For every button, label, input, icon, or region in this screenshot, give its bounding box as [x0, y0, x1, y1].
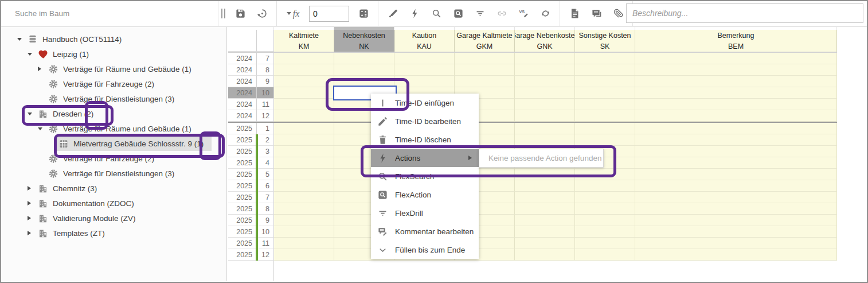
grid-cell[interactable]	[515, 123, 575, 134]
grid-cell[interactable]	[274, 123, 334, 134]
column-header-title[interactable]: Kaution	[394, 30, 455, 41]
row-header-year[interactable]: 2025	[228, 157, 257, 169]
grid-cell[interactable]	[455, 53, 515, 64]
grid-cell[interactable]	[274, 180, 334, 192]
row-header-year[interactable]: 2025	[228, 180, 257, 192]
grid-cell[interactable]	[515, 99, 575, 110]
value-input[interactable]	[309, 6, 349, 22]
tree-item[interactable]: Verträge für Räume und Gebäude (1)	[1, 61, 226, 76]
grid-cell[interactable]	[575, 64, 635, 76]
grid-cell[interactable]	[515, 87, 575, 99]
grid-cell[interactable]	[274, 249, 334, 261]
column-header-code[interactable]: GNK	[515, 41, 575, 52]
grid-cell[interactable]	[635, 110, 837, 122]
grid-cell[interactable]	[274, 99, 334, 110]
grid-cell[interactable]	[274, 238, 334, 249]
grid-cell[interactable]	[575, 87, 635, 99]
grid-cell[interactable]	[635, 146, 837, 157]
lightning-icon[interactable]	[406, 4, 423, 24]
context-menu-item[interactable]: Time-ID löschen	[371, 130, 479, 149]
panel-resize-handle[interactable]	[221, 9, 227, 18]
column-header-code[interactable]: SK	[575, 41, 635, 52]
calc-icon[interactable]	[355, 4, 372, 24]
row-header-year[interactable]: 2025	[228, 134, 257, 146]
context-menu-item[interactable]: Actions	[371, 149, 479, 167]
search-icon[interactable]	[428, 4, 445, 24]
paperclip-icon[interactable]	[609, 4, 627, 24]
grid-cell[interactable]	[455, 76, 515, 87]
context-menu-item[interactable]: Kommentar bearbeiten	[371, 222, 479, 241]
grid-cell[interactable]	[575, 134, 635, 146]
grid-cell[interactable]	[515, 203, 575, 215]
row-header-month[interactable]: 3	[257, 146, 274, 157]
brush-icon[interactable]	[384, 4, 401, 24]
row-header-month[interactable]: 10	[257, 87, 274, 99]
row-header-month[interactable]: 6	[257, 180, 274, 192]
row-header-year[interactable]: 2025	[228, 215, 257, 226]
row-header-month[interactable]: 11	[257, 99, 274, 110]
row-header-month[interactable]: 1	[257, 123, 274, 134]
row-header-month[interactable]: 9	[257, 76, 274, 87]
grid-cell[interactable]	[274, 87, 334, 99]
row-header-month[interactable]: 9	[257, 215, 274, 226]
row-header-month[interactable]: 12	[257, 110, 274, 122]
grid-cell[interactable]	[575, 123, 635, 134]
description-input[interactable]	[626, 3, 863, 23]
caret-right-icon[interactable]	[28, 231, 38, 235]
tree-item[interactable]: Mietvertrag Gebäude Schlossstr. 9 (1)	[1, 136, 226, 151]
grid-cell[interactable]	[635, 87, 837, 99]
comment-icon[interactable]	[588, 4, 605, 24]
tree-search-input[interactable]	[1, 1, 218, 26]
grid-cell[interactable]	[515, 53, 575, 64]
row-header-year[interactable]: 2025	[228, 226, 257, 238]
grid-cell[interactable]	[635, 157, 837, 169]
grid-cell[interactable]	[274, 53, 334, 64]
grid-cell[interactable]	[635, 203, 837, 215]
column-header-code[interactable]: GKM	[455, 41, 515, 52]
column-header-title[interactable]: Garage Nebenkosten	[515, 30, 575, 41]
caret-down-icon[interactable]	[28, 53, 38, 56]
grid-cell[interactable]	[515, 249, 575, 261]
grid-cell[interactable]	[274, 226, 334, 238]
grid-cell[interactable]	[575, 169, 635, 180]
grid-cell[interactable]	[274, 110, 334, 122]
grid-cell[interactable]	[575, 76, 635, 87]
grid-cell[interactable]	[274, 192, 334, 203]
context-menu-item[interactable]: Füllen bis zum Ende	[371, 241, 479, 259]
row-header-year[interactable]: 2025	[228, 169, 257, 180]
grid-cell[interactable]	[575, 226, 635, 238]
tree-item[interactable]: Chemnitz (3)	[1, 181, 226, 196]
row-header-month[interactable]: 10	[257, 226, 274, 238]
grid-cell[interactable]	[515, 238, 575, 249]
context-menu-item[interactable]: FlexDrill	[371, 204, 479, 222]
vs-edit-icon[interactable]: VS	[515, 4, 532, 24]
column-header-title[interactable]: Kaltmiete	[274, 30, 334, 41]
refresh-icon[interactable]	[537, 4, 554, 24]
column-header-title[interactable]: Garage Kaltmiete	[455, 30, 515, 41]
row-header-year[interactable]: 2025	[228, 146, 257, 157]
grid-cell[interactable]	[575, 249, 635, 261]
grid-cell[interactable]	[575, 180, 635, 192]
column-header-code[interactable]: NK	[334, 41, 394, 52]
tree-item[interactable]: Handbuch (OCT51114)	[1, 32, 226, 46]
context-menu-item[interactable]: Time-ID bearbeiten	[371, 112, 479, 130]
grid-cell[interactable]	[515, 110, 575, 122]
caret-right-icon[interactable]	[28, 201, 38, 206]
column-header-title[interactable]: Nebenkosten	[334, 30, 394, 41]
tree-item[interactable]: Verträge für Dienstleistungen (3)	[1, 91, 226, 106]
context-menu-item[interactable]: FlexSearch	[371, 167, 479, 185]
grid-cell[interactable]	[515, 76, 575, 87]
grid-cell[interactable]	[575, 238, 635, 249]
grid-cell[interactable]	[635, 169, 837, 180]
tree-item[interactable]: Leipzig (1)	[1, 46, 226, 61]
caret-right-icon[interactable]	[28, 216, 38, 220]
grid-cell[interactable]	[635, 249, 837, 261]
tree-item[interactable]: Verträge für Fahrzeuge (2)	[1, 151, 226, 166]
grid-cell[interactable]	[515, 180, 575, 192]
caret-right-icon[interactable]	[28, 186, 38, 191]
grid-cell[interactable]	[274, 215, 334, 226]
fx-dropdown[interactable]: fx	[283, 4, 303, 24]
caret-down-icon[interactable]	[17, 38, 28, 41]
grid-cell[interactable]	[274, 157, 334, 169]
row-header-month[interactable]: 4	[257, 157, 274, 169]
